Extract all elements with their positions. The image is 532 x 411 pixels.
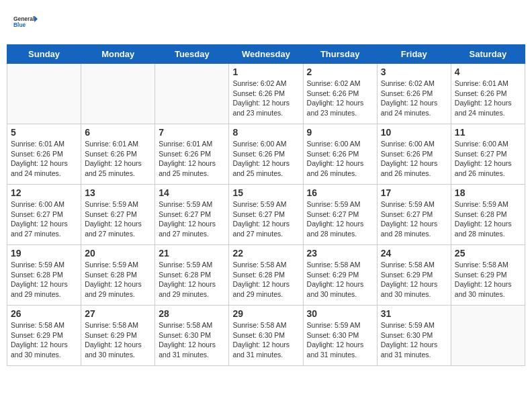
- day-number: 8: [232, 127, 299, 138]
- day-info: Sunrise: 5:59 AM Sunset: 6:28 PM Dayligh…: [11, 260, 77, 300]
- calendar-cell: 17Sunrise: 5:59 AM Sunset: 6:27 PM Dayli…: [377, 185, 451, 245]
- calendar-cell: [7, 64, 81, 124]
- calendar-cell: 14Sunrise: 5:59 AM Sunset: 6:27 PM Dayli…: [155, 185, 229, 245]
- day-info: Sunrise: 6:01 AM Sunset: 6:26 PM Dayligh…: [159, 139, 225, 179]
- calendar-cell: 20Sunrise: 5:59 AM Sunset: 6:28 PM Dayli…: [81, 245, 155, 306]
- day-number: 25: [455, 248, 521, 259]
- calendar-cell: [81, 64, 155, 124]
- day-info: Sunrise: 5:58 AM Sunset: 6:30 PM Dayligh…: [232, 320, 299, 360]
- week-row-2: 5Sunrise: 6:01 AM Sunset: 6:26 PM Daylig…: [7, 124, 525, 185]
- calendar-cell: 13Sunrise: 5:59 AM Sunset: 6:27 PM Dayli…: [81, 185, 155, 245]
- calendar-cell: 22Sunrise: 5:58 AM Sunset: 6:28 PM Dayli…: [229, 245, 303, 306]
- day-number: 16: [307, 187, 373, 198]
- calendar-cell: 1Sunrise: 6:02 AM Sunset: 6:26 PM Daylig…: [229, 64, 303, 124]
- week-row-4: 19Sunrise: 5:59 AM Sunset: 6:28 PM Dayli…: [7, 245, 525, 306]
- calendar-cell: 10Sunrise: 6:00 AM Sunset: 6:26 PM Dayli…: [377, 124, 451, 185]
- day-number: 4: [455, 66, 521, 77]
- calendar-cell: 15Sunrise: 5:59 AM Sunset: 6:27 PM Dayli…: [229, 185, 303, 245]
- day-number: 3: [381, 66, 447, 77]
- calendar-cell: 27Sunrise: 5:58 AM Sunset: 6:29 PM Dayli…: [81, 306, 155, 366]
- calendar-cell: 9Sunrise: 6:00 AM Sunset: 6:26 PM Daylig…: [303, 124, 377, 185]
- weekday-header-row: SundayMondayTuesdayWednesdayThursdayFrid…: [7, 45, 525, 64]
- calendar-cell: 26Sunrise: 5:58 AM Sunset: 6:29 PM Dayli…: [7, 306, 81, 366]
- day-number: 30: [307, 308, 373, 319]
- day-number: 11: [455, 127, 521, 138]
- day-number: 18: [455, 187, 521, 198]
- day-number: 13: [85, 187, 151, 198]
- day-info: Sunrise: 5:58 AM Sunset: 6:30 PM Dayligh…: [159, 320, 225, 360]
- day-info: Sunrise: 5:59 AM Sunset: 6:27 PM Dayligh…: [159, 199, 225, 239]
- calendar-cell: 5Sunrise: 6:01 AM Sunset: 6:26 PM Daylig…: [7, 124, 81, 185]
- weekday-header-wednesday: Wednesday: [229, 45, 303, 64]
- day-number: 26: [11, 308, 77, 319]
- day-info: Sunrise: 5:59 AM Sunset: 6:27 PM Dayligh…: [232, 199, 299, 239]
- calendar-cell: 25Sunrise: 5:58 AM Sunset: 6:29 PM Dayli…: [451, 245, 525, 306]
- day-number: 15: [232, 187, 299, 198]
- calendar-cell: 18Sunrise: 5:59 AM Sunset: 6:28 PM Dayli…: [451, 185, 525, 245]
- logo: General Blue: [13, 10, 38, 34]
- day-number: 19: [11, 248, 77, 259]
- calendar-cell: 8Sunrise: 6:00 AM Sunset: 6:26 PM Daylig…: [229, 124, 303, 185]
- calendar-cell: 6Sunrise: 6:01 AM Sunset: 6:26 PM Daylig…: [81, 124, 155, 185]
- calendar-cell: 21Sunrise: 5:59 AM Sunset: 6:28 PM Dayli…: [155, 245, 229, 306]
- day-number: 31: [381, 308, 447, 319]
- day-number: 2: [307, 66, 373, 77]
- day-number: 24: [381, 248, 447, 259]
- day-info: Sunrise: 6:00 AM Sunset: 6:26 PM Dayligh…: [381, 139, 447, 179]
- day-number: 17: [381, 187, 447, 198]
- day-info: Sunrise: 6:02 AM Sunset: 6:26 PM Dayligh…: [307, 79, 373, 118]
- calendar-cell: 24Sunrise: 5:58 AM Sunset: 6:29 PM Dayli…: [377, 245, 451, 306]
- svg-text:General: General: [13, 15, 34, 22]
- day-number: 29: [232, 308, 299, 319]
- svg-text:Blue: Blue: [13, 21, 26, 28]
- day-info: Sunrise: 5:58 AM Sunset: 6:28 PM Dayligh…: [232, 260, 299, 300]
- day-info: Sunrise: 6:02 AM Sunset: 6:26 PM Dayligh…: [381, 79, 447, 118]
- day-info: Sunrise: 5:59 AM Sunset: 6:28 PM Dayligh…: [159, 260, 225, 300]
- logo-svg: General Blue: [13, 10, 38, 34]
- day-info: Sunrise: 5:58 AM Sunset: 6:29 PM Dayligh…: [381, 260, 447, 300]
- day-info: Sunrise: 6:01 AM Sunset: 6:26 PM Dayligh…: [455, 79, 521, 118]
- calendar-cell: 4Sunrise: 6:01 AM Sunset: 6:26 PM Daylig…: [451, 64, 525, 124]
- calendar-cell: 7Sunrise: 6:01 AM Sunset: 6:26 PM Daylig…: [155, 124, 229, 185]
- day-info: Sunrise: 5:58 AM Sunset: 6:29 PM Dayligh…: [307, 260, 373, 300]
- day-number: 21: [159, 248, 225, 259]
- day-number: 1: [232, 66, 299, 77]
- calendar-cell: 29Sunrise: 5:58 AM Sunset: 6:30 PM Dayli…: [229, 306, 303, 366]
- day-info: Sunrise: 6:01 AM Sunset: 6:26 PM Dayligh…: [85, 139, 151, 179]
- day-number: 27: [85, 308, 151, 319]
- day-info: Sunrise: 6:01 AM Sunset: 6:26 PM Dayligh…: [11, 139, 77, 179]
- week-row-3: 12Sunrise: 6:00 AM Sunset: 6:27 PM Dayli…: [7, 185, 525, 245]
- day-info: Sunrise: 5:59 AM Sunset: 6:30 PM Dayligh…: [307, 320, 373, 360]
- day-info: Sunrise: 5:58 AM Sunset: 6:29 PM Dayligh…: [85, 320, 151, 360]
- page-header: General Blue: [7, 7, 525, 38]
- day-number: 5: [11, 127, 77, 138]
- day-info: Sunrise: 5:59 AM Sunset: 6:28 PM Dayligh…: [455, 199, 521, 239]
- day-number: 23: [307, 248, 373, 259]
- day-info: Sunrise: 6:00 AM Sunset: 6:26 PM Dayligh…: [232, 139, 299, 179]
- day-info: Sunrise: 5:59 AM Sunset: 6:30 PM Dayligh…: [381, 320, 447, 360]
- calendar-cell: 12Sunrise: 6:00 AM Sunset: 6:27 PM Dayli…: [7, 185, 81, 245]
- day-info: Sunrise: 5:59 AM Sunset: 6:27 PM Dayligh…: [307, 199, 373, 239]
- calendar-cell: 2Sunrise: 6:02 AM Sunset: 6:26 PM Daylig…: [303, 64, 377, 124]
- calendar-cell: 31Sunrise: 5:59 AM Sunset: 6:30 PM Dayli…: [377, 306, 451, 366]
- weekday-header-saturday: Saturday: [451, 45, 525, 64]
- calendar-cell: 30Sunrise: 5:59 AM Sunset: 6:30 PM Dayli…: [303, 306, 377, 366]
- day-info: Sunrise: 5:58 AM Sunset: 6:29 PM Dayligh…: [455, 260, 521, 300]
- day-info: Sunrise: 6:02 AM Sunset: 6:26 PM Dayligh…: [232, 79, 299, 118]
- day-number: 20: [85, 248, 151, 259]
- calendar-cell: 19Sunrise: 5:59 AM Sunset: 6:28 PM Dayli…: [7, 245, 81, 306]
- calendar-table: SundayMondayTuesdayWednesdayThursdayFrid…: [7, 44, 525, 366]
- weekday-header-tuesday: Tuesday: [155, 45, 229, 64]
- day-number: 10: [381, 127, 447, 138]
- svg-marker-2: [34, 15, 38, 22]
- day-number: 7: [159, 127, 225, 138]
- day-info: Sunrise: 5:59 AM Sunset: 6:27 PM Dayligh…: [381, 199, 447, 239]
- calendar-cell: 3Sunrise: 6:02 AM Sunset: 6:26 PM Daylig…: [377, 64, 451, 124]
- calendar-cell: [451, 306, 525, 366]
- day-info: Sunrise: 6:00 AM Sunset: 6:27 PM Dayligh…: [455, 139, 521, 179]
- day-info: Sunrise: 5:59 AM Sunset: 6:27 PM Dayligh…: [85, 199, 151, 239]
- calendar-cell: 28Sunrise: 5:58 AM Sunset: 6:30 PM Dayli…: [155, 306, 229, 366]
- day-info: Sunrise: 5:59 AM Sunset: 6:28 PM Dayligh…: [85, 260, 151, 300]
- weekday-header-friday: Friday: [377, 45, 451, 64]
- calendar-cell: 23Sunrise: 5:58 AM Sunset: 6:29 PM Dayli…: [303, 245, 377, 306]
